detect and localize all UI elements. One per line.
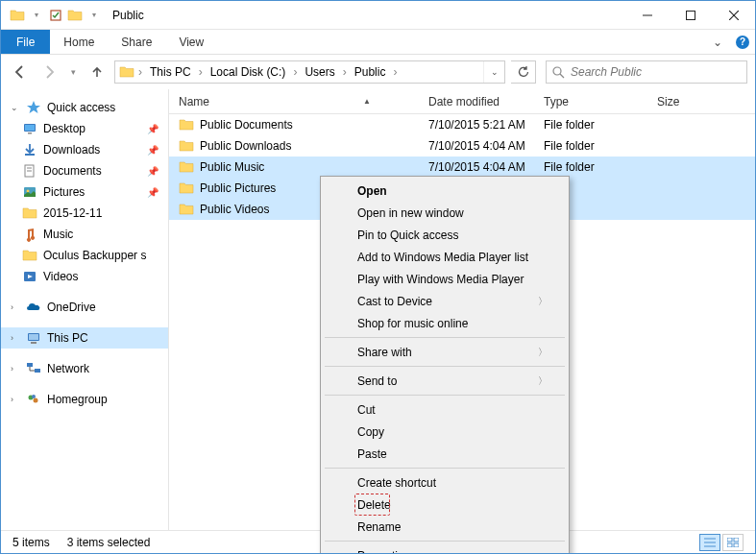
column-date[interactable]: Date modified	[419, 89, 534, 113]
ribbon: File Home Share View ⌄ ?	[1, 30, 755, 55]
file-name: Public Documents	[200, 118, 293, 132]
up-button[interactable]	[85, 60, 109, 84]
breadcrumb-thispc[interactable]: This PC	[146, 61, 195, 83]
file-type: File folder	[534, 139, 647, 153]
view-large-icons-button[interactable]	[722, 534, 744, 551]
menu-item-copy[interactable]: Copy	[323, 421, 567, 443]
chevron-right-icon[interactable]: ›	[341, 65, 349, 79]
menu-item-label: Paste	[357, 447, 387, 461]
menu-item-properties[interactable]: Properties	[323, 544, 567, 554]
menu-item-share-with[interactable]: Share with〉	[323, 341, 567, 363]
search-box[interactable]	[546, 60, 747, 84]
file-date: 7/10/2015 4:04 AM	[419, 139, 534, 153]
menu-item-cast-to-device[interactable]: Cast to Device〉	[323, 290, 567, 312]
sidebar-item-label: This PC	[47, 331, 88, 345]
chevron-down-icon[interactable]: ⌄	[11, 103, 20, 112]
sidebar-item[interactable]: Pictures📌	[1, 181, 168, 203]
menu-item-label: Cut	[357, 403, 376, 417]
qat-properties-icon[interactable]	[47, 7, 64, 24]
svg-rect-18	[31, 342, 37, 344]
refresh-button[interactable]	[511, 60, 536, 84]
minimize-button[interactable]	[625, 1, 669, 30]
file-row[interactable]: Public Documents 7/10/2015 5:21 AM File …	[169, 114, 755, 135]
menu-item-create-shortcut[interactable]: Create shortcut	[323, 471, 567, 494]
qat-newfolder-icon[interactable]	[66, 7, 84, 24]
sidebar-item-label: Pictures	[43, 185, 85, 199]
menu-item-pin-to-quick-access[interactable]: Pin to Quick access	[323, 224, 567, 246]
menu-item-open[interactable]: Open	[323, 180, 567, 202]
menu-item-rename[interactable]: Rename	[323, 516, 567, 538]
sidebar-item[interactable]: Videos	[1, 266, 168, 287]
sidebar-this-pc[interactable]: › This PC	[1, 327, 168, 349]
ribbon-expand-icon[interactable]: ⌄	[705, 30, 730, 54]
sidebar-network[interactable]: › Network	[1, 358, 168, 379]
file-row[interactable]: Public Downloads 7/10/2015 4:04 AM File …	[169, 135, 755, 157]
svg-rect-28	[734, 538, 739, 542]
menu-item-shop-for-music-online[interactable]: Shop for music online	[323, 312, 567, 334]
breadcrumb-users[interactable]: Users	[301, 61, 338, 83]
sidebar-onedrive[interactable]: › OneDrive	[1, 297, 168, 318]
documents-icon	[22, 163, 37, 179]
desktop-icon	[22, 121, 37, 136]
menu-item-delete[interactable]: Delete	[323, 494, 567, 516]
sidebar-item[interactable]: Desktop📌	[1, 118, 168, 139]
sidebar-item[interactable]: Music	[1, 224, 168, 245]
nav-bar: ▾ › This PC › Local Disk (C:) › Users › …	[1, 55, 755, 89]
close-button[interactable]	[712, 1, 755, 30]
chevron-right-icon[interactable]: ›	[197, 65, 205, 79]
view-details-button[interactable]	[699, 534, 720, 551]
qat-overflow[interactable]: ▾	[85, 7, 103, 24]
menu-item-cut[interactable]: Cut	[323, 398, 567, 421]
sort-ascending-icon: ▲	[363, 97, 371, 106]
chevron-right-icon[interactable]: ›	[136, 65, 144, 79]
submenu-arrow-icon: 〉	[538, 374, 548, 388]
sidebar-homegroup[interactable]: › Homegroup	[1, 389, 168, 410]
tab-share[interactable]: Share	[108, 30, 165, 54]
menu-item-label: Cast to Device	[357, 295, 432, 308]
file-tab[interactable]: File	[1, 30, 50, 54]
search-input[interactable]	[571, 65, 741, 79]
title-bar: ▾ ▾ Public	[1, 1, 755, 30]
menu-item-paste[interactable]: Paste	[323, 443, 567, 465]
maximize-button[interactable]	[669, 1, 712, 30]
sidebar-item[interactable]: Oculus Backupper s	[1, 245, 168, 266]
status-item-count: 5 items	[12, 536, 50, 549]
forward-button[interactable]	[37, 60, 61, 84]
tab-home[interactable]: Home	[50, 30, 108, 54]
sidebar-item[interactable]: 2015-12-11	[1, 203, 168, 224]
breadcrumb-public[interactable]: Public	[351, 61, 390, 83]
address-bar[interactable]: › This PC › Local Disk (C:) › Users › Pu…	[114, 60, 505, 84]
breadcrumb-localdisk[interactable]: Local Disk (C:)	[207, 61, 290, 83]
chevron-right-icon[interactable]: ›	[11, 302, 20, 312]
tab-view[interactable]: View	[165, 30, 217, 54]
menu-item-send-to[interactable]: Send to〉	[323, 370, 567, 392]
app-icon[interactable]	[9, 7, 26, 24]
column-name[interactable]: Name▲	[169, 89, 419, 113]
sidebar-quick-access[interactable]: ⌄ Quick access	[1, 97, 168, 118]
chevron-right-icon[interactable]: ›	[11, 395, 20, 404]
pin-icon: 📌	[147, 187, 159, 198]
column-type[interactable]: Type	[534, 89, 647, 113]
sidebar-item-label: Desktop	[43, 122, 85, 135]
file-name: Public Downloads	[200, 139, 291, 153]
recent-locations-button[interactable]: ▾	[66, 60, 80, 84]
address-dropdown-button[interactable]: ⌄	[483, 61, 504, 83]
menu-item-label: Properties	[357, 549, 410, 555]
sidebar-item-label: Oculus Backupper s	[43, 249, 146, 262]
chevron-right-icon[interactable]: ›	[11, 364, 20, 373]
back-button[interactable]	[9, 60, 32, 84]
chevron-right-icon[interactable]: ›	[291, 65, 299, 79]
menu-item-play-with-windows-media-player[interactable]: Play with Windows Media Player	[323, 268, 567, 290]
file-row[interactable]: Public Music 7/10/2015 4:04 AM File fold…	[169, 157, 755, 178]
computer-icon	[26, 330, 41, 346]
sidebar-item[interactable]: Documents📌	[1, 160, 168, 181]
chevron-right-icon[interactable]: ›	[391, 65, 399, 79]
column-size[interactable]: Size	[647, 89, 724, 113]
menu-item-label: Shop for music online	[357, 317, 468, 330]
sidebar-item[interactable]: Downloads📌	[1, 139, 168, 160]
qat-dropdown[interactable]: ▾	[28, 7, 45, 24]
chevron-right-icon[interactable]: ›	[11, 333, 20, 343]
menu-item-add-to-windows-media-player-list[interactable]: Add to Windows Media Player list	[323, 246, 567, 268]
help-button[interactable]: ?	[730, 30, 755, 54]
menu-item-open-in-new-window[interactable]: Open in new window	[323, 202, 567, 224]
